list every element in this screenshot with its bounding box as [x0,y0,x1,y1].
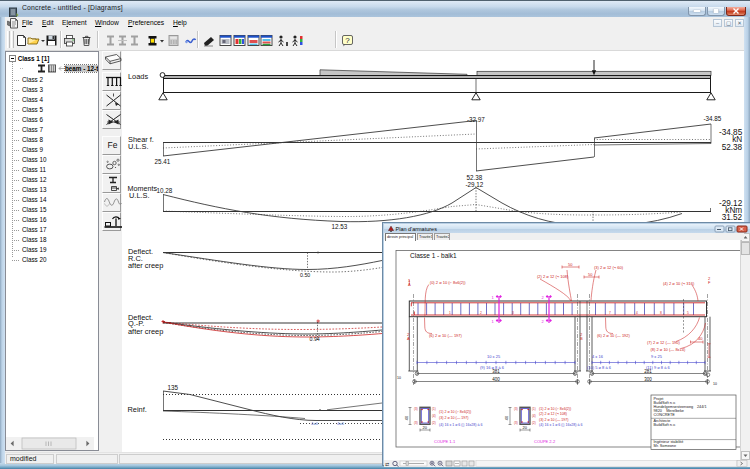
svg-text:400: 400 [492,377,500,382]
svg-text:(3) 2 ø 10 (— 197): (3) 2 ø 10 (— 197) [439,416,469,420]
svg-text:(2) 2 ø 12 (¬ 108): (2) 2 ø 12 (¬ 108) [537,274,569,279]
svg-text:8: 8 [660,311,662,315]
svg-text:(3): (3) [514,407,518,411]
svg-text:(3): (3) [414,421,418,425]
svg-text:U.L.S.: U.L.S. [128,142,149,151]
svg-text:20: 20 [523,425,528,430]
svg-text:281: 281 [644,369,652,374]
svg-text:(2): (2) [432,421,436,425]
svg-text:-34.85: -34.85 [704,115,722,122]
svg-text:4ø6: 4ø6 [337,421,345,426]
svg-text:(3): (3) [514,421,518,425]
svg-text:381: 381 [492,369,500,374]
svg-text:5: 5 [687,311,689,315]
svg-text:10.28: 10.28 [157,187,173,194]
svg-text:COUPE 2-2: COUPE 2-2 [534,439,556,444]
svg-text:(1) 2 ø 10 (⌐ 8x6(2)): (1) 2 ø 10 (⌐ 8x6(2)) [539,407,571,411]
svg-text:-32.97: -32.97 [467,116,485,123]
svg-text:4 x 16: 4 x 16 [592,354,604,359]
svg-text:(4) 16 x 1 ø 6 (▯ 16x28) à 6: (4) 16 x 1 ø 6 (▯ 16x28) à 6 [539,423,583,427]
svg-text:after creep: after creep [128,327,163,336]
svg-text:(1): (1) [432,407,436,411]
svg-text:U.L.S.: U.L.S. [129,191,150,200]
svg-text:244/1: 244/1 [697,405,707,409]
svg-text:3: 3 [512,311,514,315]
svg-text:Reinf.: Reinf. [128,405,147,414]
svg-text:4: 4 [636,311,638,315]
svg-text:12.53: 12.53 [332,223,348,230]
svg-text:B: B [580,336,583,341]
svg-text:Plan d'armatures: Plan d'armatures [396,226,438,232]
svg-text:(10) 5 ø 8 à 6: (10) 5 ø 8 à 6 [587,365,612,370]
svg-text:0.94: 0.94 [310,336,320,342]
svg-text:300: 300 [644,377,652,382]
svg-text:⇄: ⇄ [385,461,389,467]
svg-text:40: 40 [404,415,409,420]
svg-text:CONCRETE: CONCRETE [654,413,676,417]
svg-text:(4) 2 ø 10 (¬ 316): (4) 2 ø 10 (¬ 316) [663,281,695,286]
svg-text:2: 2 [480,311,482,315]
svg-text:after creep: after creep [128,261,163,270]
svg-text:9 x 25: 9 x 25 [651,354,663,359]
svg-text:(2): (2) [532,421,536,425]
svg-text:(8) 2 ø 10 (— 8x14): (8) 2 ø 10 (— 8x14) [651,347,687,352]
svg-text:(4) 16 x 1 ø 6 (▯ 16x28) à 6: (4) 16 x 1 ø 6 (▯ 16x28) à 6 [439,423,483,427]
svg-text:0.50: 0.50 [300,272,310,278]
svg-text:?: ? [345,36,350,45]
svg-text:Classe 1 - balk1: Classe 1 - balk1 [410,252,457,259]
svg-text:(3): (3) [414,407,418,411]
svg-text:10: 10 [713,382,717,386]
svg-text:(1) 2 ø 10 (⌐ 8x6(2)): (1) 2 ø 10 (⌐ 8x6(2)) [439,410,471,414]
svg-text:Mr. Someone: Mr. Someone [654,444,677,448]
svg-text:50: 50 [588,272,593,277]
svg-text:4ø6: 4ø6 [311,421,319,426]
svg-text:(7) 2 ø 12 (— 190): (7) 2 ø 12 (— 190) [647,340,681,345]
svg-text:(1): (1) [532,407,536,411]
svg-text:52.38: 52.38 [722,143,743,152]
svg-text:(4): (4) [432,414,436,418]
svg-text:(3) 2 ø 12 (¬ 60): (3) 2 ø 12 (¬ 60) [594,265,624,270]
svg-text:7: 7 [609,311,611,315]
svg-text:135: 135 [168,384,179,391]
svg-text:10 x 25: 10 x 25 [487,354,501,359]
svg-text:1: 1 [449,311,451,315]
svg-text:10: 10 [397,376,401,380]
svg-text:A: A [407,336,410,341]
svg-text:(6) 2 ø 10 (— 197): (6) 2 ø 10 (— 197) [429,333,463,338]
svg-text:BuildSoft n.v.: BuildSoft n.v. [654,423,676,427]
svg-text:COUPE 1-1: COUPE 1-1 [434,439,456,444]
svg-text:(2) 2 ø 12 (¬ 108): (2) 2 ø 12 (¬ 108) [539,412,567,416]
svg-text:50: 50 [568,262,573,267]
svg-text:20: 20 [423,425,428,430]
svg-text:(0) 2 ø 10 (⌐ 8x6(2)): (0) 2 ø 10 (⌐ 8x6(2)) [430,280,467,285]
svg-text:40: 40 [504,415,509,420]
svg-text:-29.12: -29.12 [466,181,484,188]
svg-text:(3) 2 ø 10 (— 197): (3) 2 ø 10 (— 197) [539,418,569,422]
svg-text:40: 40 [698,336,703,341]
svg-text:25.41: 25.41 [155,158,171,165]
svg-text:(4): (4) [532,414,536,418]
svg-text:31.52: 31.52 [722,213,743,222]
svg-text:Loads: Loads [128,72,148,81]
svg-text:(6) 2 ø 10 (— 192): (6) 2 ø 10 (— 192) [597,333,631,338]
